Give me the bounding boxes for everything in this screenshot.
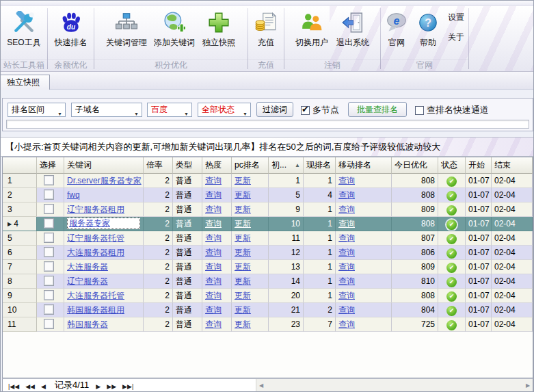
pc-update-link[interactable]: 更新 xyxy=(235,219,251,228)
column-header-12[interactable]: 开始 xyxy=(466,157,492,174)
batch-rank-check-button[interactable]: 批量查排名 xyxy=(348,102,407,117)
pc-update-link[interactable]: 更新 xyxy=(235,291,251,300)
mobile-query-link[interactable]: 查询 xyxy=(338,205,355,214)
keyword-link[interactable]: 辽宁服务器租用 xyxy=(67,205,124,214)
exit-system-button[interactable]: 退出系统 xyxy=(332,6,373,59)
heat-query-link[interactable]: 查询 xyxy=(205,305,222,315)
row-header[interactable]: 9 xyxy=(3,289,37,303)
row-checkbox[interactable] xyxy=(44,304,54,315)
multi-node-checkbox[interactable]: 多节点 xyxy=(301,104,339,116)
row-checkbox[interactable] xyxy=(44,175,54,185)
filter-word-button[interactable]: 过滤词 xyxy=(256,102,293,117)
column-header-6[interactable]: pc排名 xyxy=(232,157,269,174)
mobile-query-link[interactable]: 查询 xyxy=(338,248,355,257)
row-header[interactable]: 11 xyxy=(3,317,37,332)
pc-update-link[interactable]: 更新 xyxy=(235,262,251,272)
keyword-link[interactable]: 辽宁服务器托管 xyxy=(67,233,124,243)
nav-next-button-2[interactable]: ▶▶| xyxy=(122,383,133,390)
row-checkbox[interactable] xyxy=(44,276,54,286)
keyword-link[interactable]: Dr.server服务器专家 xyxy=(67,176,142,185)
recharge-button[interactable]: 充值 xyxy=(245,6,286,59)
heat-query-link[interactable]: 查询 xyxy=(205,219,222,228)
heat-query-link[interactable]: 查询 xyxy=(205,319,222,329)
keyword-link[interactable]: 大连服务器租用 xyxy=(67,248,124,257)
pc-update-link[interactable]: 更新 xyxy=(235,176,251,185)
heat-query-link[interactable]: 查询 xyxy=(205,276,222,286)
column-header-8[interactable]: 现排名 xyxy=(304,157,336,174)
heat-query-link[interactable]: 查询 xyxy=(205,176,222,185)
mobile-query-link[interactable]: 查询 xyxy=(338,219,355,228)
seo-tools-button[interactable]: SEO工具 xyxy=(3,6,44,59)
row-header[interactable]: 1 xyxy=(3,174,37,188)
row-header[interactable]: 2 xyxy=(3,188,37,202)
standalone-snapshot-button[interactable]: 独立快照 xyxy=(198,6,239,59)
row-checkbox[interactable] xyxy=(44,218,54,228)
heat-query-link[interactable]: 查询 xyxy=(205,291,222,300)
switch-user-button[interactable]: 切换用户 xyxy=(291,6,332,59)
row-header[interactable]: 5 xyxy=(3,231,37,246)
scroll-right-icon[interactable]: ▶ xyxy=(523,382,533,389)
mobile-query-link[interactable]: 查询 xyxy=(338,276,355,286)
pc-update-link[interactable]: 更新 xyxy=(235,319,251,329)
tab-standalone-snapshot[interactable]: 独立快照 xyxy=(0,75,50,90)
keyword-link[interactable]: 韩国服务器租用 xyxy=(67,305,124,315)
mobile-query-link[interactable]: 查询 xyxy=(338,262,355,272)
keyword-link[interactable]: fwq xyxy=(67,190,80,200)
column-header-11[interactable]: 状态 xyxy=(438,157,466,174)
heat-query-link[interactable]: 查询 xyxy=(205,205,222,214)
row-header[interactable]: ▶4 xyxy=(3,217,37,231)
mobile-query-link[interactable]: 查询 xyxy=(338,319,355,329)
pc-update-link[interactable]: 更新 xyxy=(235,276,251,286)
nav-prev-button-1[interactable]: ◀◀ xyxy=(25,383,35,390)
nav-prev-button-2[interactable]: ◀ xyxy=(41,383,46,390)
column-header-rowselector[interactable] xyxy=(3,157,37,174)
horizontal-scrollbar[interactable]: ◀ ▶ xyxy=(256,379,533,391)
row-checkbox[interactable] xyxy=(44,247,54,257)
keyword-link[interactable]: 服务器专家 xyxy=(69,218,110,228)
keyword-link[interactable]: 韩国服务器 xyxy=(67,319,108,329)
row-checkbox[interactable] xyxy=(44,261,54,272)
nav-next-button-1[interactable]: ▶▶ xyxy=(107,383,116,390)
row-header[interactable]: 10 xyxy=(3,303,37,317)
row-header[interactable]: 3 xyxy=(3,202,37,217)
row-checkbox[interactable] xyxy=(44,204,54,214)
column-header-5[interactable]: 热度 xyxy=(202,157,232,174)
keyword-link[interactable]: 辽宁服务器 xyxy=(67,276,108,286)
keyword-link[interactable]: 大连服务器托管 xyxy=(67,291,124,300)
keyword-inline-editor[interactable]: 服务器专家 xyxy=(67,218,140,229)
keyword-link[interactable]: 大连服务器 xyxy=(67,262,108,272)
mobile-query-link[interactable]: 查询 xyxy=(338,176,355,185)
column-header-3[interactable]: 倍率 xyxy=(144,157,173,174)
pc-update-link[interactable]: 更新 xyxy=(235,305,251,315)
row-header[interactable]: 8 xyxy=(3,274,37,289)
row-checkbox[interactable] xyxy=(44,233,54,243)
column-header-1[interactable]: 选择 xyxy=(37,157,64,174)
row-checkbox[interactable] xyxy=(44,290,54,300)
mobile-query-link[interactable]: 查询 xyxy=(338,190,355,200)
column-header-2[interactable]: 关键词 xyxy=(64,157,144,174)
pc-update-link[interactable]: 更新 xyxy=(235,233,251,243)
pc-update-link[interactable]: 更新 xyxy=(235,248,251,257)
row-header[interactable]: 6 xyxy=(3,246,37,260)
column-header-9[interactable]: 移动排名 xyxy=(336,157,392,174)
column-header-7[interactable]: 初...▲ xyxy=(269,157,304,174)
pc-update-link[interactable]: 更新 xyxy=(235,205,251,214)
mobile-query-link[interactable]: 查询 xyxy=(338,291,355,300)
pc-update-link[interactable]: 更新 xyxy=(235,190,251,200)
mobile-query-link[interactable]: 查询 xyxy=(338,233,355,243)
search-engine-dropdown[interactable]: 百度 ▼ xyxy=(147,103,192,117)
fast-rank-button[interactable]: du 快速排名 xyxy=(51,6,92,59)
column-header-13[interactable]: 结束 xyxy=(492,157,533,174)
settings-button[interactable]: 设置 xyxy=(448,12,464,23)
row-checkbox[interactable] xyxy=(44,319,54,329)
mobile-query-link[interactable]: 查询 xyxy=(338,305,355,315)
status-filter-dropdown[interactable]: 全部状态 ▼ xyxy=(198,103,251,117)
heat-query-link[interactable]: 查询 xyxy=(205,262,222,272)
subdomain-dropdown[interactable]: 子域名 ▼ xyxy=(71,103,142,117)
about-button[interactable]: 关于 xyxy=(448,31,464,43)
heat-query-link[interactable]: 查询 xyxy=(205,248,222,257)
row-header[interactable]: 7 xyxy=(3,260,37,274)
column-header-10[interactable]: 今日优化 xyxy=(392,157,438,174)
row-checkbox[interactable] xyxy=(44,190,54,200)
rank-range-dropdown[interactable]: 排名区间 ▼ xyxy=(8,103,66,117)
